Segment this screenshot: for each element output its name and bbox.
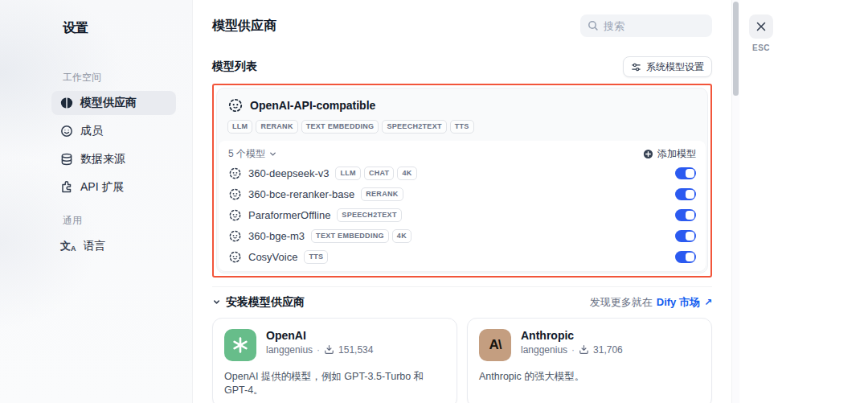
install-count: 151,534: [338, 344, 373, 356]
chevron-down-icon: [212, 298, 221, 306]
model-badge: SPEECH2TEXT: [337, 208, 401, 222]
plus-circle-icon: [643, 149, 653, 159]
model-name: CosyVoice: [248, 251, 297, 263]
sidebar-item-api-extensions[interactable]: API 扩展: [51, 175, 176, 199]
marketplace-discover: 发现更多就在 Dify 市场 ↗: [590, 295, 712, 310]
model-badge: TEXT EMBEDDING: [311, 229, 389, 243]
chevron-down-icon: [268, 150, 277, 158]
dashed-circle-face-icon: [228, 167, 242, 180]
model-name: ParaformerOffline: [248, 209, 330, 221]
model-badge: TTS: [304, 250, 328, 264]
capability-tag: TEXT EMBEDDING: [301, 120, 379, 134]
download-icon: [579, 344, 589, 355]
dify-marketplace-link[interactable]: Dify 市场: [657, 295, 700, 310]
esc-hint: ESC: [749, 43, 773, 52]
plugin-name: Anthropic: [521, 329, 623, 342]
settings-sidebar: 设置 工作空间 模型供应商 成员: [0, 0, 193, 403]
dashed-circle-face-icon: [228, 187, 242, 201]
capability-tag: LLM: [227, 120, 252, 134]
external-link-icon: ↗: [704, 297, 712, 308]
provider-card-openai-api-compatible: OpenAI-API-compatible LLM RERANK TEXT EM…: [216, 88, 708, 273]
model-row: 360-bce-reranker-base RERANK: [219, 184, 706, 205]
model-providers-panel: 模型供应商 模型列表 系统模型设置: [193, 0, 731, 403]
add-model-button[interactable]: 添加模型: [643, 147, 696, 161]
plugin-description: Anthropic 的强大模型。: [479, 370, 700, 384]
models-panel: 5 个模型 添加模型: [219, 141, 706, 271]
data-source-icon: [60, 153, 73, 166]
system-model-settings-button[interactable]: 系统模型设置: [623, 56, 712, 77]
marketplace-card-openai[interactable]: OpenAI langgenius · 151,534 OpenAI 提供的模型…: [212, 318, 457, 403]
capability-tag: RERANK: [256, 120, 297, 134]
publisher: langgenius: [266, 344, 313, 356]
dashed-circle-face-icon: [228, 208, 242, 222]
capability-tag: TTS: [450, 120, 474, 134]
close-icon: [755, 21, 767, 32]
sidebar-section-workspace: 工作空间: [63, 71, 176, 84]
model-row: CosyVoice TTS: [219, 247, 706, 268]
model-provider-icon: [60, 97, 73, 109]
page-title: 模型供应商: [212, 18, 276, 35]
sliders-icon: [631, 62, 641, 72]
sidebar-item-label: 成员: [80, 124, 103, 138]
model-badge: RERANK: [361, 187, 403, 201]
plugin-description: OpenAI 提供的模型，例如 GPT-3.5-Turbo 和 GPT-4。: [224, 370, 445, 397]
search-icon: [588, 20, 599, 31]
marketplace-card-anthropic[interactable]: A\ Anthropic langgenius · 31,706: [467, 318, 712, 403]
page-header: 模型供应商: [212, 14, 712, 37]
search-input[interactable]: [604, 20, 705, 32]
dashed-circle-face-icon: [227, 97, 244, 113]
provider-cards-grid: OpenAI langgenius · 151,534 OpenAI 提供的模型…: [212, 318, 712, 403]
model-row: ParaformerOffline SPEECH2TEXT: [219, 205, 706, 226]
sidebar-item-label: 数据来源: [80, 152, 125, 167]
model-row: 360-deepseek-v3 LLM CHAT 4K: [219, 163, 706, 184]
sidebar-item-members[interactable]: 成员: [51, 119, 176, 143]
model-list-title: 模型列表: [212, 60, 257, 74]
model-badge: CHAT: [364, 167, 395, 180]
download-icon: [324, 344, 334, 355]
settings-title: 设置: [63, 20, 176, 37]
model-badge: LLM: [335, 167, 360, 180]
sidebar-item-label: 语言: [84, 239, 106, 253]
model-enabled-toggle[interactable]: [675, 167, 696, 179]
sidebar-item-model-providers[interactable]: 模型供应商: [51, 91, 176, 115]
sidebar-item-label: 模型供应商: [80, 96, 137, 110]
model-badge: 4K: [392, 229, 411, 243]
installed-providers-toggle[interactable]: 安装模型供应商: [212, 295, 305, 310]
install-count: 31,706: [593, 344, 623, 356]
members-icon: [60, 125, 73, 138]
sidebar-item-language[interactable]: 文A 语言: [51, 234, 176, 258]
capability-tag: SPEECH2TEXT: [382, 120, 446, 134]
model-enabled-toggle[interactable]: [675, 230, 696, 242]
anthropic-logo-icon: A\: [479, 329, 511, 361]
publisher: langgenius: [521, 344, 567, 356]
sidebar-item-data-sources[interactable]: 数据来源: [51, 147, 176, 171]
openai-logo-icon: [224, 329, 256, 361]
api-extension-icon: [60, 181, 73, 194]
provider-name: OpenAI-API-compatible: [250, 99, 375, 112]
model-row: 360-bge-m3 TEXT EMBEDDING 4K: [219, 226, 706, 247]
model-name: 360-bce-reranker-base: [248, 188, 354, 200]
search-box[interactable]: [580, 14, 712, 37]
sidebar-section-general: 通用: [63, 214, 176, 228]
models-count-toggle[interactable]: 5 个模型: [228, 147, 277, 161]
plugin-name: OpenAI: [266, 329, 373, 342]
installed-providers-header: 安装模型供应商 发现更多就在 Dify 市场 ↗: [212, 295, 712, 310]
modal-right-rail: ESC: [739, 0, 868, 403]
sidebar-item-label: API 扩展: [80, 180, 124, 195]
dashed-circle-face-icon: [228, 250, 242, 264]
provider-capability-tags: LLM RERANK TEXT EMBEDDING SPEECH2TEXT TT…: [227, 120, 697, 134]
scrollbar-track[interactable]: [731, 0, 739, 403]
close-button[interactable]: [749, 14, 773, 39]
section-divider: [212, 286, 712, 287]
model-name: 360-deepseek-v3: [248, 167, 329, 179]
scrollbar-thumb[interactable]: [733, 2, 739, 96]
model-badge: 4K: [397, 167, 416, 180]
model-enabled-toggle[interactable]: [675, 251, 696, 263]
highlight-annotation-box: OpenAI-API-compatible LLM RERANK TEXT EM…: [212, 84, 712, 278]
model-name: 360-bge-m3: [248, 230, 305, 242]
model-enabled-toggle[interactable]: [675, 188, 696, 200]
model-list-header: 模型列表 系统模型设置: [212, 56, 712, 77]
language-icon: 文A: [60, 241, 76, 253]
model-enabled-toggle[interactable]: [675, 209, 696, 221]
dashed-circle-face-icon: [228, 229, 242, 243]
